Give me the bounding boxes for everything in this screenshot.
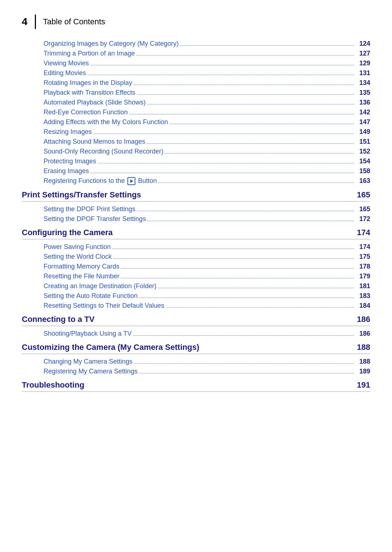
toc-dots xyxy=(170,124,354,124)
toc-dots xyxy=(147,104,354,105)
toc-link[interactable]: Shooting/Playback Using a TV xyxy=(44,330,132,338)
toc-link[interactable]: Setting the DPOF Transfer Settings xyxy=(44,215,146,223)
toc-dots xyxy=(139,373,354,373)
toc-link[interactable]: Power Saving Function xyxy=(44,243,111,251)
toc-entry[interactable]: Setting the DPOF Print Settings165 xyxy=(22,205,370,213)
toc-page-number: 178 xyxy=(356,263,370,270)
toc-link[interactable]: Editing Movies xyxy=(44,69,86,77)
section-page-number: 188 xyxy=(357,343,370,352)
toc-entry[interactable]: Formatting Memory Cards178 xyxy=(22,263,370,270)
toc-entry[interactable]: Resizing Images149 xyxy=(22,128,370,136)
toc-entry[interactable]: Resetting Settings to Their Default Valu… xyxy=(22,302,370,310)
section-heading: Connecting to a TV xyxy=(22,315,357,324)
toc-entry[interactable]: Playback with Transition Effects135 xyxy=(22,89,370,97)
toc-page-number: 147 xyxy=(356,118,370,126)
toc-entry[interactable]: Customizing the Camera (My Camera Settin… xyxy=(22,343,370,354)
toc-dots xyxy=(180,45,354,46)
toc-page-number: 165 xyxy=(356,205,370,213)
toc-link[interactable]: Automated Playback (Slide Shows) xyxy=(44,99,146,106)
toc-entry[interactable]: Setting the World Clock175 xyxy=(22,253,370,261)
toc-page-number: 172 xyxy=(356,215,370,223)
toc-dots xyxy=(90,173,354,173)
toc-entry[interactable]: Attaching Sound Memos to Images151 xyxy=(22,138,370,146)
section-page-number: 165 xyxy=(357,190,370,200)
toc-entry[interactable]: Registering My Camera Settings189 xyxy=(22,368,370,375)
toc-page-number: 154 xyxy=(356,158,370,165)
toc-entry[interactable]: Sound-Only Recording (Sound Recorder)152 xyxy=(22,148,370,155)
toc-entry[interactable]: Configuring the Camera174 xyxy=(22,228,370,240)
playback-icon xyxy=(127,177,136,184)
toc-page-number: 127 xyxy=(356,50,370,57)
section-heading: Troubleshooting xyxy=(22,380,357,390)
toc-dots xyxy=(112,249,354,249)
toc-dots xyxy=(134,363,354,364)
toc-link[interactable]: Resizing Images xyxy=(44,128,92,136)
toc-dots xyxy=(133,335,354,336)
toc-link[interactable]: Viewing Movies xyxy=(44,60,89,67)
toc-dots xyxy=(147,143,354,144)
toc-link[interactable]: Changing My Camera Settings xyxy=(44,358,132,365)
toc-link[interactable]: Resetting the File Number xyxy=(44,273,119,280)
toc-page-number: 134 xyxy=(356,79,370,87)
toc-link[interactable]: Formatting Memory Cards xyxy=(44,263,119,270)
toc-link[interactable]: Registering My Camera Settings xyxy=(44,368,138,375)
toc-link[interactable]: Setting the DPOF Print Settings xyxy=(44,205,135,213)
toc-page-number: 151 xyxy=(356,138,370,146)
toc-entry[interactable]: Automated Playback (Slide Shows)136 xyxy=(22,99,370,106)
toc-entry[interactable]: Red-Eye Correction Function142 xyxy=(22,109,370,116)
toc-entry[interactable]: Viewing Movies129 xyxy=(22,60,370,67)
toc-entry[interactable]: Organizing Images by Category (My Catego… xyxy=(22,40,370,48)
toc-entry[interactable]: Setting the DPOF Transfer Settings172 xyxy=(22,215,370,223)
toc-link[interactable]: Setting the Auto Rotate Function xyxy=(44,292,138,300)
toc-link[interactable]: Erasing Images xyxy=(44,167,89,175)
toc-dots xyxy=(158,183,354,183)
toc-entry[interactable]: Rotating Images in the Display134 xyxy=(22,79,370,87)
toc-dots xyxy=(139,298,354,298)
toc-entry[interactable]: Creating an Image Destination (Folder)18… xyxy=(22,282,370,290)
toc-dots xyxy=(90,65,354,65)
toc-page-number: 124 xyxy=(356,40,370,48)
toc-entry[interactable]: Power Saving Function174 xyxy=(22,243,370,251)
toc-entry[interactable]: Trimming a Portion of an Image127 xyxy=(22,50,370,57)
svg-marker-1 xyxy=(130,179,133,183)
toc-link[interactable]: Trimming a Portion of an Image xyxy=(44,50,135,57)
toc-link[interactable]: Sound-Only Recording (Sound Recorder) xyxy=(44,148,163,155)
toc-entry[interactable]: Connecting to a TV186 xyxy=(22,315,370,326)
toc-page-number: 129 xyxy=(356,60,370,67)
toc-page-number: 135 xyxy=(356,89,370,97)
section-heading: Customizing the Camera (My Camera Settin… xyxy=(22,343,357,352)
toc-link[interactable]: Resetting Settings to Their Default Valu… xyxy=(44,302,164,310)
toc-dots xyxy=(165,153,354,154)
toc-entry[interactable]: Editing Movies131 xyxy=(22,69,370,77)
toc-container: Organizing Images by Category (My Catego… xyxy=(22,40,370,392)
toc-link[interactable]: Red-Eye Correction Function xyxy=(44,109,128,116)
toc-entry[interactable]: Adding Effects with the My Colors Functi… xyxy=(22,118,370,126)
section-page-number: 191 xyxy=(357,380,370,390)
toc-entry[interactable]: Erasing Images158 xyxy=(22,167,370,175)
toc-dots xyxy=(121,268,354,269)
toc-page-number: 163 xyxy=(356,177,370,185)
toc-entry[interactable]: Print Settings/Transfer Settings165 xyxy=(22,190,370,202)
toc-link[interactable]: Protecting Images xyxy=(44,158,96,165)
toc-entry[interactable]: Protecting Images154 xyxy=(22,158,370,165)
toc-link[interactable]: Organizing Images by Category (My Catego… xyxy=(44,40,179,48)
toc-link[interactable]: Creating an Image Destination (Folder) xyxy=(44,282,156,290)
toc-dots xyxy=(129,114,354,114)
toc-entry[interactable]: Resetting the File Number179 xyxy=(22,273,370,280)
toc-entry[interactable]: Setting the Auto Rotate Function183 xyxy=(22,292,370,300)
toc-link[interactable]: Registering Functions to the Button xyxy=(44,177,157,185)
toc-page-number: 152 xyxy=(356,148,370,155)
toc-entry[interactable]: Changing My Camera Settings188 xyxy=(22,358,370,365)
toc-dots xyxy=(147,221,354,221)
toc-link[interactable]: Rotating Images in the Display xyxy=(44,79,132,87)
toc-entry[interactable]: Troubleshooting191 xyxy=(22,380,370,392)
toc-page-number: 142 xyxy=(356,109,370,116)
toc-link[interactable]: Adding Effects with the My Colors Functi… xyxy=(44,118,168,126)
toc-entry[interactable]: Registering Functions to the Button163 xyxy=(22,177,370,185)
toc-link[interactable]: Setting the World Clock xyxy=(44,253,112,261)
header-divider xyxy=(35,15,36,29)
section-heading: Configuring the Camera xyxy=(22,228,357,237)
toc-link[interactable]: Attaching Sound Memos to Images xyxy=(44,138,145,146)
toc-entry[interactable]: Shooting/Playback Using a TV186 xyxy=(22,330,370,338)
toc-link[interactable]: Playback with Transition Effects xyxy=(44,89,135,97)
